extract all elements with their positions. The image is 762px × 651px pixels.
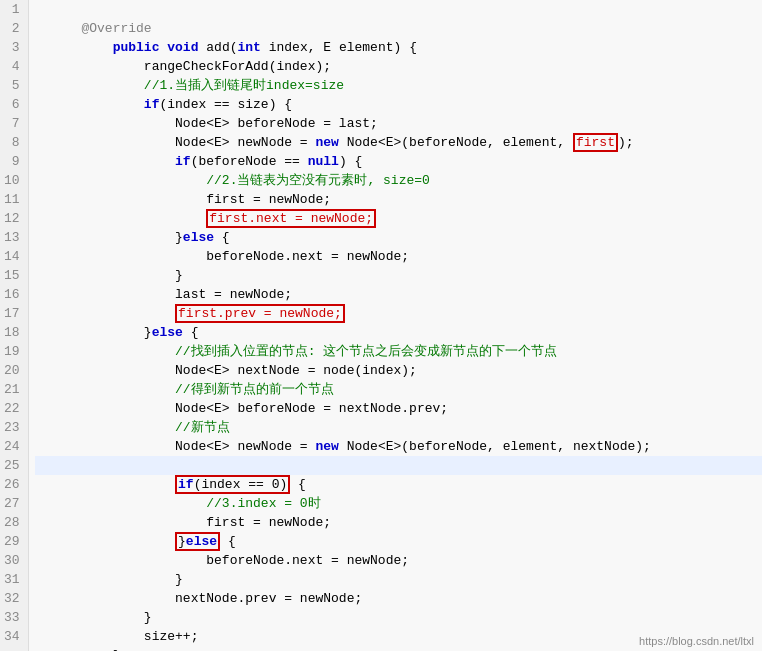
code-line: //1.当插入到链尾时index=size xyxy=(35,57,762,76)
code-line: Node<E> beforeNode = last; xyxy=(35,95,762,114)
code-line: last = newNode; xyxy=(35,266,762,285)
code-line: Node<E> newNode = new Node<E>(beforeNode… xyxy=(35,418,762,437)
code-line: beforeNode.next = newNode; xyxy=(35,228,762,247)
code-line: //得到新节点的前一个节点 xyxy=(35,361,762,380)
code-line: size++; xyxy=(35,608,762,627)
code-editor: 1 2 3 4 5 6 7 8 9 10 11 12 13 14 15 16 1… xyxy=(0,0,762,651)
watermark: https://blog.csdn.net/ltxl xyxy=(639,635,754,647)
code-content: @Override public void add(int index, E e… xyxy=(29,0,762,651)
code-line: //连线 xyxy=(35,437,762,456)
code-line: @Override xyxy=(35,0,762,19)
code-line: //3.index = 0时 xyxy=(35,475,762,494)
line-numbers: 1 2 3 4 5 6 7 8 9 10 11 12 13 14 15 16 1… xyxy=(0,0,29,651)
code-line: first = newNode; xyxy=(35,494,762,513)
code-line: } xyxy=(35,551,762,570)
code-line: //2.当链表为空没有元素时, size=0 xyxy=(35,152,762,171)
code-line: }else { xyxy=(35,209,762,228)
code-line: nextNode.prev = newNode; xyxy=(35,570,762,589)
code-line: if(index == size) { xyxy=(35,76,762,95)
code-line: first.prev = newNode; xyxy=(35,285,762,304)
code-line: first = newNode; xyxy=(35,171,762,190)
code-line: //找到插入位置的节点: 这个节点之后会变成新节点的下一个节点 xyxy=(35,323,762,342)
code-line: beforeNode.next = newNode; xyxy=(35,532,762,551)
code-line: rangeCheckForAdd(index); xyxy=(35,38,762,57)
code-line: first.next = newNode; xyxy=(35,190,762,209)
code-line: Node<E> newNode = new Node<E>(beforeNode… xyxy=(35,114,762,133)
code-line: }else { xyxy=(35,304,762,323)
code-line: } xyxy=(35,247,762,266)
code-line: public void add(int index, E element) { xyxy=(35,19,762,38)
code-line: Node<E> beforeNode = nextNode.prev; xyxy=(35,380,762,399)
code-line: if(beforeNode == null) { xyxy=(35,133,762,152)
code-line: //新节点 xyxy=(35,399,762,418)
code-line: if(index == 0) { xyxy=(35,456,762,475)
code-line: }else { xyxy=(35,513,762,532)
code-line: Node<E> nextNode = node(index); xyxy=(35,342,762,361)
code-line: } xyxy=(35,589,762,608)
